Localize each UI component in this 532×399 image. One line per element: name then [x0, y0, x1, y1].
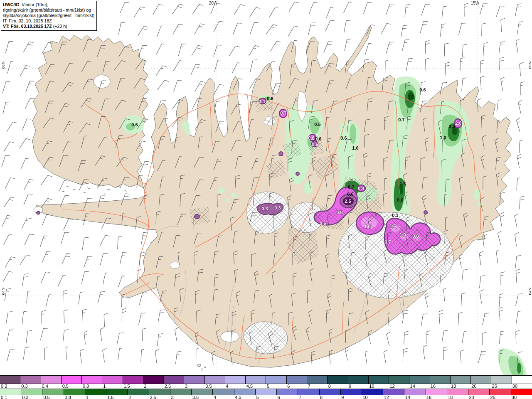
legend-tick-label: 0.5: [62, 384, 69, 389]
legend-tick-label: 4.5: [246, 384, 253, 389]
legend-tick-label: 0.5: [43, 395, 49, 399]
legend-cell: [409, 376, 429, 384]
legend-cell: [470, 376, 491, 384]
legend-cell: [340, 389, 362, 395]
legend-cell: [389, 376, 409, 384]
legend: 0.20.30.40.50.811.522.533.544.5567891012…: [0, 375, 532, 399]
legend-cell: [143, 376, 163, 384]
legend-cell: [127, 389, 148, 395]
legend-cell: [286, 376, 307, 384]
legend-tick-label: 2.5: [165, 384, 171, 389]
legend-tick-label: 8: [320, 395, 323, 399]
legend-tick-label: 1.5: [123, 384, 130, 389]
legend-cell: [348, 376, 368, 384]
legend-cell: [61, 376, 81, 384]
legend-tick-label: 12: [384, 395, 389, 399]
legend-cell: [276, 389, 298, 395]
legend-tick-label: 16: [426, 395, 431, 399]
legend-tick-label: 1.5: [107, 395, 113, 399]
legend-cell: [204, 376, 225, 384]
legend-cell: [450, 376, 470, 384]
legend-cell: [21, 389, 42, 395]
legend-cell: [123, 376, 143, 384]
legend-cell: [191, 389, 212, 395]
title-line-1: UWC/IG: Vindur (10m),: [3, 2, 94, 7]
legend-cell: [383, 389, 404, 395]
legend-tick-label: 12: [389, 384, 394, 389]
legend-tick-label: 14: [405, 395, 410, 399]
legend-cell: [307, 376, 327, 384]
title-line-4: IT: Fim. 02. 10. 2025 18Z: [3, 18, 94, 24]
legend-cell: [512, 376, 532, 384]
legend-cell: [447, 389, 468, 395]
legend-tick-label: 20: [471, 384, 476, 389]
legend-cell: [327, 376, 347, 384]
legend-cell: [163, 376, 184, 384]
title-line-5: VT: Fös. 03.10.2025 17Z (+23 h): [3, 24, 94, 29]
legend-tick-label: 4: [226, 384, 229, 389]
legend-tick-label: 2: [128, 395, 131, 399]
legend-cell: [468, 389, 489, 395]
legend-tick-label: 25: [492, 384, 497, 389]
legend-cell: [489, 389, 510, 395]
legend-tick-label: 4.5: [235, 395, 241, 399]
legend-cell: [102, 376, 122, 384]
title-line-2: rigning/skúrir (grænt/blátt/rautt - mm/1…: [3, 7, 94, 13]
legend-tick-label: 3.5: [192, 395, 199, 399]
legend-tick-label: 0.4: [42, 384, 48, 389]
title-line-3: slydda/snjókoma (grátt/bleikt/grænt - mm…: [3, 13, 94, 18]
legend-tick-label: 3.5: [205, 384, 212, 389]
legend-tick-label: 10: [362, 395, 367, 399]
legend-tick-label: 5: [267, 384, 269, 389]
legend-cell: [430, 376, 450, 384]
legend-cell: [212, 389, 234, 395]
sleet-snow-scale-labels: 0.20.30.40.50.811.522.533.544.5567891012…: [0, 384, 532, 389]
legend-tick-label: 10: [369, 384, 374, 389]
legend-cell: [319, 389, 340, 395]
legend-tick-label: 9: [341, 395, 344, 399]
legend-cell: [266, 376, 286, 384]
legend-cell: [491, 376, 511, 384]
legend-cell: [85, 389, 106, 395]
legend-cell: [0, 389, 21, 395]
legend-cell: [362, 389, 383, 395]
legend-cell: [511, 389, 532, 395]
legend-tick-label: 3: [171, 395, 174, 399]
legend-tick-label: 30: [512, 384, 517, 389]
valid-time: VT: Fös. 03.10.2025 17Z: [3, 24, 52, 29]
legend-cell: [42, 389, 63, 395]
rain-scalebar: [0, 389, 532, 395]
app-name: UWC/IG: [3, 2, 19, 7]
legend-tick-label: 4: [214, 395, 216, 399]
legend-cell: [170, 389, 191, 395]
legend-tick-label: 8: [328, 384, 331, 389]
legend-cell: [426, 389, 447, 395]
legend-cell: [106, 389, 127, 395]
legend-tick-label: 0.8: [83, 384, 89, 389]
legend-tick-label: 7: [299, 395, 301, 399]
legend-tick-label: 0.1: [1, 395, 7, 399]
legend-tick-label: 1: [103, 384, 106, 389]
legend-cell: [234, 389, 255, 395]
legend-tick-label: 9: [349, 384, 351, 389]
sleet-snow-scalebar: [0, 375, 532, 384]
legend-tick-label: 2.5: [150, 395, 156, 399]
legend-tick-label: 18: [451, 384, 456, 389]
weather-map-page: { "title_box": { "app": "UWC/IG", "line1…: [0, 0, 532, 399]
title-box: UWC/IG: Vindur (10m), rigning/skúrir (gr…: [1, 1, 97, 31]
legend-tick-label: 3: [185, 384, 187, 389]
legend-cell: [184, 376, 204, 384]
legend-tick-label: 0.3: [22, 395, 28, 399]
legend-tick-label: 6: [287, 384, 290, 389]
legend-tick-label: 0.3: [21, 384, 27, 389]
legend-cell: [41, 376, 61, 384]
legend-tick-label: 18: [448, 395, 453, 399]
legend-cell: [404, 389, 425, 395]
legend-cell: [255, 389, 276, 395]
legend-tick-label: 6: [278, 395, 280, 399]
legend-cell: [149, 389, 170, 395]
legend-tick-label: 5: [256, 395, 259, 399]
legend-tick-label: 16: [431, 384, 436, 389]
legend-tick-label: 14: [410, 384, 415, 389]
legend-cell: [245, 376, 266, 384]
